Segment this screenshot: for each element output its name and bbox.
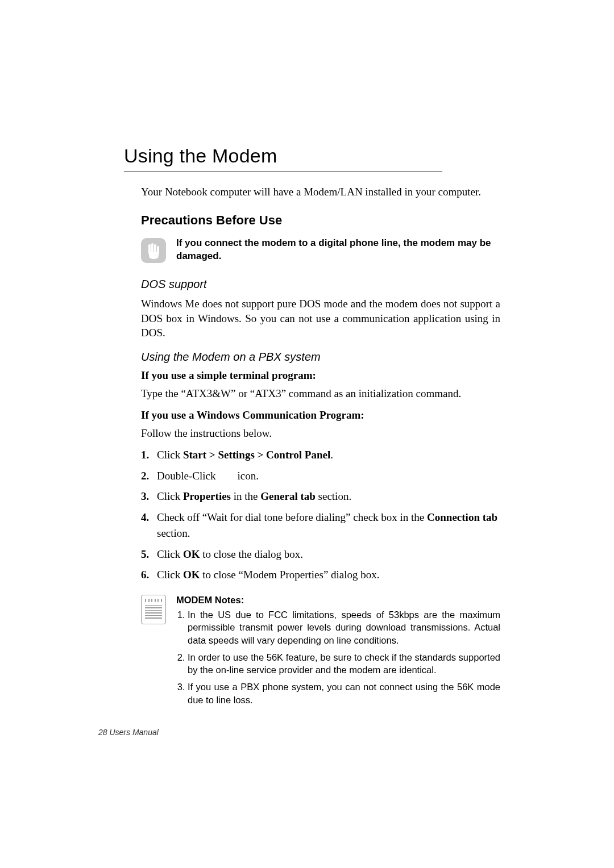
step-bold: OK xyxy=(183,548,200,560)
step-number: 6. xyxy=(141,567,157,583)
step-fragment: section. xyxy=(316,490,351,502)
warning-box: If you connect the modem to a digital ph… xyxy=(141,237,500,263)
svg-rect-2 xyxy=(154,244,156,253)
document-page: Using the Modem Your Notebook computer w… xyxy=(0,0,614,868)
notes-body: MODEM Notes: In the US due to FCC limita… xyxy=(176,594,500,711)
step-bold: OK xyxy=(183,569,200,581)
step-number: 1. xyxy=(141,447,157,464)
page-title: Using the Modem xyxy=(124,145,500,167)
notes-list: In the US due to FCC limitations, speeds… xyxy=(176,608,500,706)
step-number: 3. xyxy=(141,489,157,505)
step-number: 4. xyxy=(141,510,157,542)
step-text: Check off “Wait for dial tone before dia… xyxy=(157,510,500,542)
step-fragment: Click xyxy=(157,490,183,502)
notes-title: MODEM Notes: xyxy=(176,594,500,606)
step-text: Double-Click icon. xyxy=(157,468,500,485)
follow-instructions-text: Follow the instructions below. xyxy=(141,426,500,441)
step-text: Click OK to close “Modem Properties” dia… xyxy=(157,567,500,583)
hand-stop-icon xyxy=(141,238,166,263)
step-bold: Properties xyxy=(183,490,231,502)
step-fragment: Click xyxy=(157,548,183,560)
step-fragment: . xyxy=(330,449,333,461)
step-number: 5. xyxy=(141,546,157,563)
step-fragment: to close the dialog box. xyxy=(200,548,303,560)
title-rule xyxy=(124,172,442,172)
note-item: If you use a PBX phone system, you can n… xyxy=(188,681,500,706)
notes-box: MODEM Notes: In the US due to FCC limita… xyxy=(141,594,500,711)
terminal-subheading: If you use a simple terminal program: xyxy=(141,369,500,382)
step-text: Click Properties in the General tab sect… xyxy=(157,489,500,505)
dos-support-text: Windows Me does not support pure DOS mod… xyxy=(141,297,500,340)
pbx-heading: Using the Modem on a PBX system xyxy=(141,350,500,364)
step-fragment: Click xyxy=(157,569,183,581)
page-footer: 28 Users Manual xyxy=(98,728,500,737)
step-number: 2. xyxy=(141,468,157,485)
step-item: 4. Check off “Wait for dial tone before … xyxy=(141,510,500,542)
step-item: 2. Double-Click icon. xyxy=(141,468,500,485)
intro-paragraph: Your Notebook computer will have a Modem… xyxy=(141,186,500,198)
step-bold: Connection tab xyxy=(427,511,497,523)
step-fragment: Check off “Wait for dial tone before dia… xyxy=(157,511,427,523)
note-item: In order to use the 56K feature, be sure… xyxy=(188,651,500,677)
step-bold: General tab xyxy=(260,490,316,502)
warning-text: If you connect the modem to a digital ph… xyxy=(176,237,500,263)
step-fragment: to close “Modem Properties” dialog box. xyxy=(200,569,379,581)
step-item: 5. Click OK to close the dialog box. xyxy=(141,546,500,563)
precautions-heading: Precautions Before Use xyxy=(141,213,500,228)
notepad-icon xyxy=(141,595,166,624)
svg-rect-0 xyxy=(148,244,151,253)
dos-support-heading: DOS support xyxy=(141,278,500,291)
windows-comm-subheading: If you use a Windows Communication Progr… xyxy=(141,409,500,422)
step-bold: Start > Settings > Control Panel xyxy=(183,449,330,461)
step-text: Click Start > Settings > Control Panel. xyxy=(157,447,500,464)
step-fragment: section. xyxy=(157,527,190,539)
svg-rect-1 xyxy=(151,243,154,253)
step-text: Click OK to close the dialog box. xyxy=(157,546,500,563)
step-fragment: in the xyxy=(231,490,260,502)
steps-list: 1. Click Start > Settings > Control Pane… xyxy=(141,447,500,583)
step-item: 1. Click Start > Settings > Control Pane… xyxy=(141,447,500,464)
note-item: In the US due to FCC limitations, speeds… xyxy=(188,608,500,646)
step-item: 3. Click Properties in the General tab s… xyxy=(141,489,500,505)
terminal-command-text: Type the “ATX3&W” or “ATX3” command as a… xyxy=(141,386,500,401)
step-fragment: Click xyxy=(157,449,183,461)
step-item: 6. Click OK to close “Modem Properties” … xyxy=(141,567,500,583)
